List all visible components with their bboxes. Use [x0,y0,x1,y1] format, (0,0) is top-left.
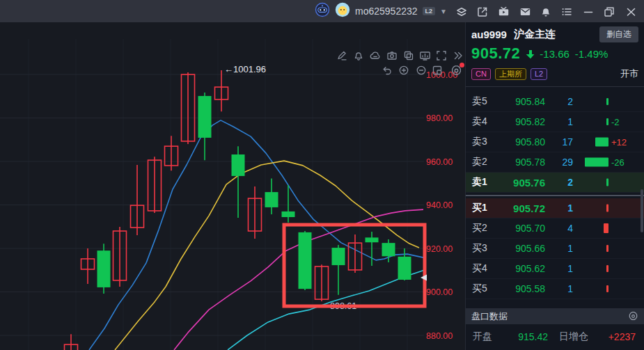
quote-header: au9999 沪金主连 删自选 [466,22,644,42]
more-chevrons-icon[interactable] [452,49,464,62]
zoom-in-icon[interactable] [398,64,410,77]
zoom-out-icon[interactable] [415,64,427,77]
high-price-label: ←1001.96 [224,64,266,74]
symbol-badges-row: CN 上期所 L2 开市 [466,63,644,87]
last-price: 905.72 [471,45,520,63]
ask-depth-zone: +12 [573,132,644,152]
snapshot-camera-icon[interactable] [386,49,398,62]
candle [265,192,278,207]
alert-bell-icon[interactable] [352,49,365,62]
bid-price: 905.66 [494,243,545,254]
ask-row-卖5[interactable]: 卖5905.842 [466,92,644,112]
bid-label: 买1 [466,202,494,214]
pankou-data-bar[interactable]: 盘口数据 [466,308,644,324]
undo-icon[interactable] [381,64,393,77]
bid-qty: 1 [545,243,573,254]
ma-cyan [228,270,425,350]
quote-panel: au9999 沪金主连 删自选 905.72 -13.66 -1.49% CN … [465,22,644,350]
restore-icon[interactable] [603,6,615,18]
fullscreen-icon[interactable] [435,49,448,62]
candle [398,257,411,280]
ask-row-卖3[interactable]: 卖3905.8017+12 [466,132,644,152]
bid-depth-zone [573,239,644,258]
ask-label: 卖2 [466,156,494,168]
bid-row-买1[interactable]: 买1905.721 [466,198,644,218]
layers-icon[interactable] [455,6,468,18]
ask-label: 卖1 [466,176,494,189]
pankou-settings-icon[interactable] [628,311,638,321]
ask-qty: 1 [545,116,573,127]
mail-icon[interactable] [519,6,531,18]
ask-label: 卖3 [466,136,494,148]
multi-pane-icon[interactable] [431,64,443,77]
ask-qty: 2 [545,177,573,188]
symbol-name: 沪金主连 [514,28,556,41]
bid-qty: 1 [545,263,573,274]
region-badge: CN [471,68,491,80]
ask-qty: 17 [545,136,573,148]
candle [198,96,212,138]
avatar[interactable] [335,2,350,20]
ask-depth-zone: -26 [573,152,644,172]
book-divider [466,193,644,198]
bid-row-买4[interactable]: 买4905.621 [466,259,644,279]
stat-label: 开盘 [473,331,492,343]
panel-scrollbar[interactable] [641,189,643,232]
candlestick-chart-region[interactable]: 1000.00980.00960.00940.00920.00900.00880… [0,22,465,350]
video-icon[interactable] [497,6,510,18]
bid-qty: 1 [545,283,573,294]
ask-depth-bar [606,179,608,186]
settings-notification-dot [460,63,464,67]
bid-label: 买4 [466,262,494,275]
ask-row-卖2[interactable]: 卖2905.7829-26 [466,152,644,173]
exchange-badge: 上期所 [495,68,526,80]
candle [382,243,395,256]
chevron-down-icon[interactable]: ▼ [440,8,447,15]
minimize-icon[interactable] [582,6,595,18]
stat-value: +2237 [588,331,636,342]
cloud-icon[interactable] [369,49,382,62]
ask-price: 905.76 [494,177,545,189]
robot-assistant-icon[interactable] [315,2,330,20]
bid-price: 905.72 [494,202,545,214]
ask-label: 卖4 [466,116,494,128]
bid-depth-bar [606,285,608,292]
popout-icon[interactable] [476,6,489,18]
ask-qty: 29 [545,157,573,168]
delete-watchlist-button[interactable]: 删自选 [599,26,638,42]
ask-qty: 2 [545,96,573,107]
watchlist-menu-icon[interactable] [560,6,573,18]
bid-price: 905.62 [494,263,545,274]
notification-bell-icon[interactable] [540,6,552,18]
ma-yellow [115,161,419,350]
bid-depth-zone [573,279,644,299]
user-l2-badge: L2 [423,7,436,15]
bid-row-买3[interactable]: 买3905.661 [466,239,644,259]
bid-depth-bar [604,223,608,233]
ask-price: 905.84 [494,96,545,107]
close-icon[interactable] [625,6,637,18]
candlestick-chart[interactable]: 1000.00980.00960.00940.00920.00900.00880… [0,22,465,350]
draw-pencil-icon[interactable] [336,49,348,62]
pankou-stats-row: 开盘915.42日增仓+2237 [466,324,644,343]
ask-row-卖4[interactable]: 卖4905.821-2 [466,112,644,132]
ask-row-卖1[interactable]: 卖1905.762 [466,173,644,193]
candle [232,154,245,176]
price-change-percent: -1.49% [575,48,608,60]
user-account-block[interactable]: mo625952232 L2 ▼ [315,0,447,22]
ask-label: 卖5 [466,95,494,108]
bid-price: 905.70 [494,223,545,234]
username[interactable]: mo625952232 [355,6,418,17]
y-axis-label: 980.00 [426,113,453,123]
y-axis-label: 900.00 [426,287,453,297]
ask-price: 905.78 [494,157,545,168]
bid-row-买2[interactable]: 买2905.704 [466,218,644,239]
ask-depth-bar [585,158,608,167]
l2-badge: L2 [531,68,547,80]
market-status: 开市 [620,67,638,80]
compare-overlay-icon[interactable] [402,49,415,62]
monitor-chart-icon[interactable] [418,49,431,62]
bid-row-买5[interactable]: 买5905.581 [466,279,644,299]
ask-depth-zone [573,173,644,192]
stat-value: 915.42 [492,331,548,342]
